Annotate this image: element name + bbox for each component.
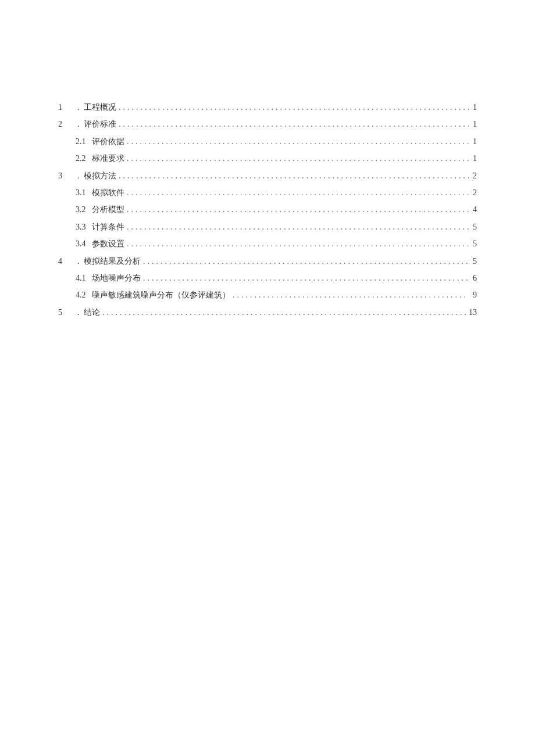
toc-dots [124, 218, 469, 235]
toc-title: 计算条件 [92, 218, 124, 235]
toc-page: 13 [466, 304, 477, 321]
toc-page: 4 [469, 201, 477, 218]
toc-entry-2: 2 ． 评价标准 1 [58, 116, 477, 132]
toc-title: 噪声敏感建筑噪声分布（仅参评建筑） [92, 286, 230, 303]
toc-number: 3.1 [76, 184, 86, 201]
toc-number: 3 [58, 167, 74, 184]
toc-entry-1: 1 ． 工程概况 1 [58, 99, 477, 116]
toc-number: 3.3 [76, 218, 86, 235]
toc-dots [141, 253, 469, 270]
toc-dots [124, 201, 469, 218]
toc-page: 1 [469, 150, 477, 167]
toc-title: 模拟结果及分析 [84, 253, 141, 270]
toc-dots [230, 286, 469, 303]
toc-title: 分析模型 [92, 201, 124, 218]
toc-page: 2 [469, 167, 477, 184]
toc-number: 2.1 [76, 133, 86, 150]
toc-dots [116, 116, 469, 132]
toc-separator: ． [74, 253, 83, 270]
toc-entry-2-2: 2.2 标准要求 1 [58, 150, 477, 167]
toc-entry-4-2: 4.2 噪声敏感建筑噪声分布（仅参评建筑） 9 [58, 286, 477, 303]
toc-dots [100, 304, 466, 321]
toc-title: 模拟软件 [92, 184, 124, 201]
toc-title: 场地噪声分布 [92, 270, 141, 286]
toc-separator: ． [74, 304, 83, 321]
toc-entry-3-4: 3.4 参数设置 5 [58, 235, 477, 252]
toc-number: 4 [58, 253, 74, 270]
toc-title: 模拟方法 [84, 167, 116, 184]
toc-number: 2.2 [76, 150, 86, 167]
toc-title: 参数设置 [92, 235, 124, 252]
toc-entry-4: 4 ． 模拟结果及分析 5 [58, 253, 477, 270]
toc-entry-2-1: 2.1 评价依据 1 [58, 133, 477, 150]
toc-number: 4.1 [76, 270, 86, 286]
toc-dots [124, 184, 469, 201]
toc-number: 3.4 [76, 235, 86, 252]
toc-page: 6 [469, 270, 477, 286]
toc-page: 1 [469, 99, 477, 116]
toc-separator: ． [74, 116, 83, 132]
toc-separator: ． [74, 99, 83, 116]
toc-page: 9 [469, 286, 477, 303]
toc-page: 5 [469, 218, 477, 235]
toc-page: 5 [469, 235, 477, 252]
toc-title: 评价标准 [84, 116, 116, 132]
toc-title: 评价依据 [92, 133, 124, 150]
toc-entry-3-3: 3.3 计算条件 5 [58, 218, 477, 235]
toc-page: 1 [469, 116, 477, 132]
toc-number: 1 [58, 99, 74, 116]
toc-separator: ． [74, 167, 83, 184]
toc-dots [124, 133, 469, 150]
toc-entry-3-1: 3.1 模拟软件 2 [58, 184, 477, 201]
toc-title: 结论 [84, 304, 100, 321]
toc-dots [116, 167, 469, 184]
toc-title: 工程概况 [84, 99, 116, 116]
toc-entry-4-1: 4.1 场地噪声分布 6 [58, 270, 477, 286]
toc-dots [124, 235, 469, 252]
toc-entry-3: 3 ． 模拟方法 2 [58, 167, 477, 184]
toc-page: 1 [469, 133, 477, 150]
toc-title: 标准要求 [92, 150, 124, 167]
toc-page: 2 [469, 184, 477, 201]
toc-dots [116, 99, 469, 116]
toc-number: 2 [58, 116, 74, 132]
table-of-contents: 1 ． 工程概况 1 2 ． 评价标准 1 2.1 评价依据 1 2.2 标准要… [58, 99, 477, 321]
toc-number: 5 [58, 304, 74, 321]
toc-number: 4.2 [76, 286, 86, 303]
toc-page: 5 [469, 253, 477, 270]
toc-dots [141, 270, 469, 286]
toc-dots [124, 150, 469, 167]
toc-entry-3-2: 3.2 分析模型 4 [58, 201, 477, 218]
toc-number: 3.2 [76, 201, 86, 218]
toc-entry-5: 5 ． 结论 13 [58, 304, 477, 321]
